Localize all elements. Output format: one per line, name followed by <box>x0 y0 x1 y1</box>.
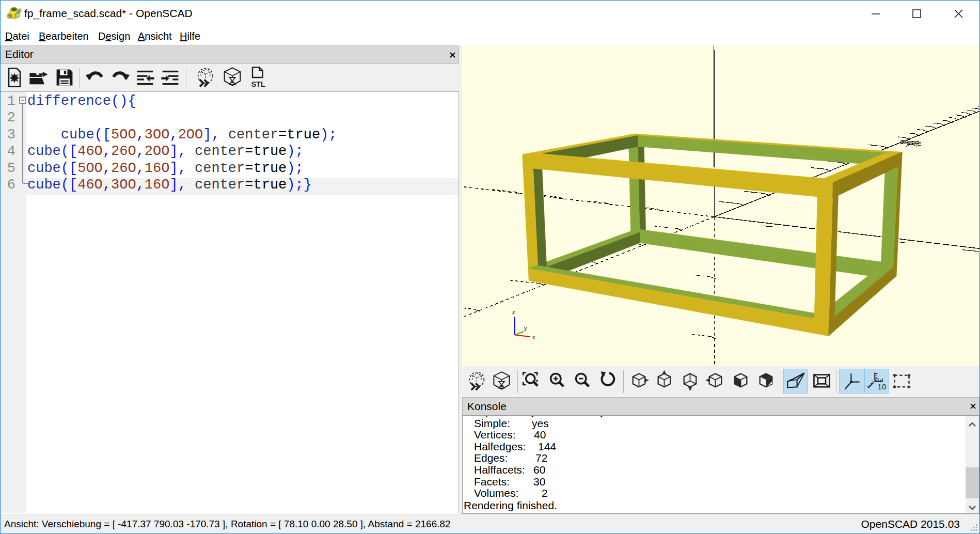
svg-text:y: y <box>524 325 527 331</box>
svg-text:10: 10 <box>878 382 887 391</box>
svg-text:x: x <box>532 334 535 340</box>
svg-text:z: z <box>512 309 515 315</box>
svg-text:STL: STL <box>251 80 265 88</box>
